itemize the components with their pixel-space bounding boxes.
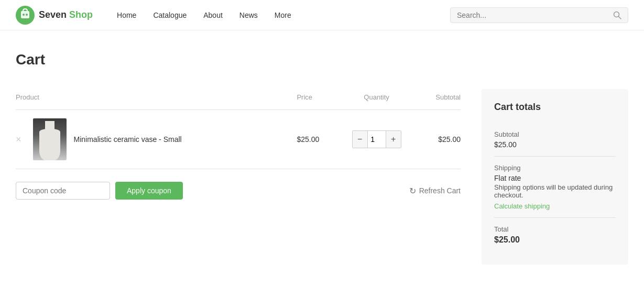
cart-totals: Cart totals Subtotal $25.00 Shipping Fla… xyxy=(482,89,628,265)
coupon-input[interactable] xyxy=(16,182,110,200)
col-header-quantity: Quantity xyxy=(335,89,418,110)
total-label: Total xyxy=(494,225,616,233)
refresh-cart-button[interactable]: ↻ Refresh Cart xyxy=(409,186,461,196)
subtotal-row: Subtotal $25.00 xyxy=(494,123,616,157)
cart-actions: Apply coupon ↻ Refresh Cart xyxy=(16,182,461,200)
shipping-method: Flat rate xyxy=(494,174,616,182)
svg-point-2 xyxy=(23,14,25,16)
search-input[interactable] xyxy=(457,11,613,19)
col-header-price: Price xyxy=(297,89,335,110)
header: Seven Shop Home Catalogue About News Mor… xyxy=(0,0,644,30)
svg-point-3 xyxy=(26,14,28,16)
shipping-row: Shipping Flat rate Shipping options will… xyxy=(494,157,616,218)
vase-body xyxy=(39,129,60,160)
main-nav: Home Catalogue About News More xyxy=(108,7,300,24)
col-header-subtotal: Subtotal xyxy=(418,89,461,110)
quantity-control: − + xyxy=(352,130,401,148)
search-button[interactable] xyxy=(613,11,621,19)
calculate-shipping-link[interactable]: Calculate shipping xyxy=(494,202,550,210)
quantity-increase-button[interactable]: + xyxy=(386,131,401,148)
table-row: × Minimalistic ceramic vase - Small $25.… xyxy=(16,110,461,169)
table-header-row: Product Price Quantity Subtotal xyxy=(16,89,461,110)
cart-layout: Product Price Quantity Subtotal × xyxy=(16,89,628,265)
product-image xyxy=(33,118,67,160)
logo-text: Seven Shop xyxy=(39,9,93,20)
col-header-product: Product xyxy=(16,89,297,110)
quantity-cell: − + xyxy=(335,110,418,169)
price-cell: $25.00 xyxy=(297,110,335,169)
svg-line-5 xyxy=(619,16,621,19)
product-name: Minimalistic ceramic vase - Small xyxy=(74,135,182,144)
main-content: Cart Product Price Quantity Subtotal xyxy=(0,30,644,296)
quantity-decrease-button[interactable]: − xyxy=(353,131,367,148)
total-value: $25.00 xyxy=(494,235,616,245)
apply-coupon-button[interactable]: Apply coupon xyxy=(115,182,183,200)
svg-rect-1 xyxy=(21,11,29,18)
search-bar xyxy=(450,7,628,23)
shipping-label: Shipping xyxy=(494,164,616,172)
subtotal-cell: $25.00 xyxy=(418,110,461,169)
product-cell: × Minimalistic ceramic vase - Small xyxy=(16,110,297,169)
quantity-input[interactable] xyxy=(367,131,386,148)
cart-totals-title: Cart totals xyxy=(494,102,616,113)
total-row: Total $25.00 xyxy=(494,218,616,252)
refresh-cart-label: Refresh Cart xyxy=(419,186,461,195)
refresh-icon: ↻ xyxy=(409,186,416,196)
logo-icon xyxy=(16,6,35,25)
logo[interactable]: Seven Shop xyxy=(16,6,93,25)
subtotal-label: Subtotal xyxy=(494,130,616,138)
nav-news[interactable]: News xyxy=(231,7,266,24)
shipping-note: Shipping options will be updated during … xyxy=(494,183,616,199)
nav-about[interactable]: About xyxy=(195,7,231,24)
search-icon xyxy=(613,11,621,19)
cart-left: Product Price Quantity Subtotal × xyxy=(16,89,461,200)
remove-item-button[interactable]: × xyxy=(16,135,26,144)
nav-catalogue[interactable]: Catalogue xyxy=(145,7,195,24)
subtotal-value: $25.00 xyxy=(494,140,616,149)
page-title: Cart xyxy=(16,51,628,68)
product-cell-inner: × Minimalistic ceramic vase - Small xyxy=(16,118,297,160)
nav-more[interactable]: More xyxy=(266,7,300,24)
cart-table: Product Price Quantity Subtotal × xyxy=(16,89,461,169)
nav-home[interactable]: Home xyxy=(108,7,145,24)
